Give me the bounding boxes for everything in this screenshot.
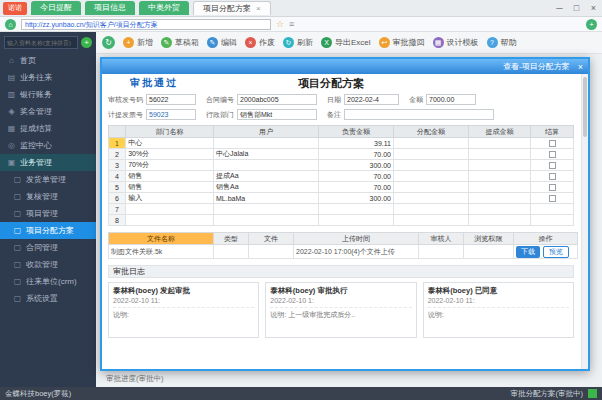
sidebar-item-bonus[interactable]: ◈奖金管理 bbox=[0, 103, 96, 120]
sidebar-item-bank[interactable]: ▥银行账务 bbox=[0, 86, 96, 103]
col-user[interactable]: 用户 bbox=[213, 126, 318, 138]
home-icon[interactable]: ⌂ bbox=[5, 19, 16, 30]
log-card[interactable]: 泰林科(boey) 已同意 2022-02-10 11: 说明: bbox=[423, 282, 574, 338]
refresh-circle-icon[interactable]: ↻ bbox=[102, 36, 115, 49]
log-card[interactable]: 泰林科(boey) 审批执行 2022-02-10 1: 说明: 上一级审批完成… bbox=[265, 282, 416, 338]
edit-button[interactable]: ✎编辑 bbox=[207, 37, 237, 48]
table-row[interactable]: 3 70%分 300.00 bbox=[109, 160, 574, 171]
maximize-icon[interactable]: □ bbox=[568, 0, 585, 16]
address-input[interactable]: http://zz.yunbao.cn/知识客户/项目分配方案 bbox=[21, 19, 271, 30]
cell-commission bbox=[468, 215, 530, 226]
void-button[interactable]: ×作废 bbox=[245, 37, 275, 48]
col-amount[interactable]: 负责金额 bbox=[318, 126, 393, 138]
sidebar-item-crm[interactable]: ▢往来单位(crm) bbox=[0, 273, 96, 290]
sidebar-item-settings[interactable]: ▢系统设置 bbox=[0, 290, 96, 307]
sidebar-item-home[interactable]: ⌂首页 bbox=[0, 52, 96, 69]
settled-checkbox[interactable] bbox=[549, 195, 556, 202]
recall-approval-button[interactable]: ↩审批撤回 bbox=[379, 37, 425, 48]
file-actions: 下载预览 bbox=[514, 245, 578, 259]
amount-input[interactable]: 7000.00 bbox=[426, 94, 476, 105]
export-excel-button[interactable]: X导出Excel bbox=[321, 37, 371, 48]
col-permission[interactable]: 浏览权限 bbox=[464, 233, 514, 245]
scrollbar[interactable] bbox=[581, 74, 588, 369]
dialog-titlebar[interactable]: 查看-项目分配方案 × bbox=[102, 59, 588, 74]
table-row[interactable]: 2 30%分 中心Jalala 70.00 bbox=[109, 149, 574, 160]
sidebar-item-contracts[interactable]: ▢合同管理 bbox=[0, 239, 96, 256]
sidebar-item-business[interactable]: ▤业务往来 bbox=[0, 69, 96, 86]
audit-no-input[interactable]: 56022 bbox=[146, 94, 196, 105]
table-row[interactable]: 1 中心 39.11 bbox=[109, 138, 574, 149]
department-input[interactable]: 销售部Mkt bbox=[237, 109, 317, 120]
minimize-icon[interactable]: ─ bbox=[551, 0, 568, 16]
design-template-button[interactable]: ▦设计模板 bbox=[433, 37, 479, 48]
settled-checkbox[interactable] bbox=[549, 151, 556, 158]
table-row[interactable]: 5 销售 销售Aa 70.00 bbox=[109, 182, 574, 193]
new-button[interactable]: +新增 bbox=[123, 37, 153, 48]
add-icon[interactable]: + bbox=[81, 37, 92, 48]
tab-trade[interactable]: 中奥外贸 bbox=[139, 1, 189, 15]
add-tab-icon[interactable]: + bbox=[586, 19, 597, 30]
table-row[interactable]: 6 输入 ML.baMa 300.00 bbox=[109, 193, 574, 204]
tab-today[interactable]: 今日提醒 bbox=[31, 1, 81, 15]
dialog-title: 查看-项目分配方案 bbox=[503, 61, 570, 72]
sidebar-item-receipts[interactable]: ▢收款管理 bbox=[0, 256, 96, 273]
col-file-name[interactable]: 文件名称 bbox=[109, 233, 214, 245]
col-upload-time[interactable]: 上传时间 bbox=[294, 233, 419, 245]
download-button[interactable]: 下载 bbox=[516, 246, 540, 258]
log-card-body: 说明: bbox=[113, 307, 254, 320]
settled-checkbox[interactable] bbox=[549, 140, 556, 147]
contract-no-input[interactable]: 2000abc005 bbox=[237, 94, 317, 105]
sidebar-item-allocation-plan[interactable]: ▢项目分配方案 bbox=[0, 222, 96, 239]
col-auditor[interactable]: 审核人 bbox=[419, 233, 464, 245]
help-button[interactable]: ?帮助 bbox=[487, 37, 517, 48]
files-table: 文件名称 类型 文件 上传时间 审核人 浏览权限 操作 制图文件关联.5k 20… bbox=[108, 232, 578, 259]
col-commission[interactable]: 提成金额 bbox=[468, 126, 530, 138]
field-label: 审核发号码 bbox=[108, 95, 143, 105]
sidebar-item-label: 复核管理 bbox=[26, 191, 58, 202]
tab-allocation-plan[interactable]: 项目分配方案 × bbox=[193, 1, 271, 15]
table-row[interactable]: 4 销售 提成Aa 70.00 bbox=[109, 171, 574, 182]
col-dept[interactable]: 部门名称 bbox=[126, 126, 214, 138]
approval-progress-text: 审批进度(审批中) bbox=[106, 374, 164, 384]
draft-button[interactable]: ✎草稿箱 bbox=[161, 37, 199, 48]
invoice-no-link[interactable]: 59023 bbox=[146, 109, 196, 120]
doc-icon: ▢ bbox=[13, 226, 22, 235]
log-card-time: 2022-02-10 11: bbox=[113, 297, 254, 304]
cell-settled bbox=[531, 193, 574, 204]
remark-input[interactable] bbox=[344, 109, 494, 120]
tab-project-info[interactable]: 项目信息 bbox=[85, 1, 135, 15]
sidebar-item-review[interactable]: ▢复核管理 bbox=[0, 188, 96, 205]
settled-checkbox[interactable] bbox=[549, 173, 556, 180]
table-row[interactable]: 7 bbox=[109, 204, 574, 215]
sidebar-item-commission[interactable]: ▦提成结算 bbox=[0, 120, 96, 137]
col-settled[interactable]: 结算 bbox=[531, 126, 574, 138]
preview-button[interactable]: 预览 bbox=[543, 246, 569, 258]
sidebar-group-business-mgmt[interactable]: ▣业务管理 bbox=[0, 154, 96, 171]
settled-checkbox[interactable] bbox=[549, 184, 556, 191]
file-row[interactable]: 制图文件关联.5k 2022-02-10 17:00(4)个文件上传 下载预览 bbox=[109, 245, 578, 259]
doc-icon: ▢ bbox=[13, 243, 22, 252]
dialog-close-icon[interactable]: × bbox=[578, 62, 583, 72]
col-type[interactable]: 类型 bbox=[214, 233, 249, 245]
tab-close-icon[interactable]: × bbox=[256, 2, 261, 16]
menu-icon[interactable]: ≡ bbox=[289, 19, 294, 29]
date-input[interactable]: 2022-02-4 bbox=[344, 94, 399, 105]
refresh-button[interactable]: ↻刷新 bbox=[283, 37, 313, 48]
search-input[interactable] bbox=[4, 36, 78, 49]
star-icon[interactable]: ☆ bbox=[276, 19, 284, 29]
sidebar-item-shipping[interactable]: ▢发货单管理 bbox=[0, 171, 96, 188]
close-icon[interactable]: × bbox=[585, 0, 602, 16]
scrollbar-thumb[interactable] bbox=[583, 77, 587, 137]
sidebar-item-monitor[interactable]: ◎监控中心 bbox=[0, 137, 96, 154]
titlebar: 诺诺 今日提醒 项目信息 中奥外贸 项目分配方案 × ─ □ × bbox=[0, 0, 602, 17]
col-alloc[interactable]: 分配金额 bbox=[393, 126, 468, 138]
table-row[interactable]: 8 bbox=[109, 215, 574, 226]
sidebar-item-projects[interactable]: ▢项目管理 bbox=[0, 205, 96, 222]
col-file[interactable]: 文件 bbox=[249, 233, 294, 245]
log-card[interactable]: 泰林科(boey) 发起审批 2022-02-10 11: 说明: bbox=[108, 282, 259, 338]
button-label: 刷新 bbox=[297, 37, 313, 48]
list-icon: ▤ bbox=[7, 73, 16, 82]
sidebar-item-label: 项目管理 bbox=[26, 208, 58, 219]
settled-checkbox[interactable] bbox=[549, 162, 556, 169]
files-header-row: 文件名称 类型 文件 上传时间 审核人 浏览权限 操作 bbox=[109, 233, 578, 245]
